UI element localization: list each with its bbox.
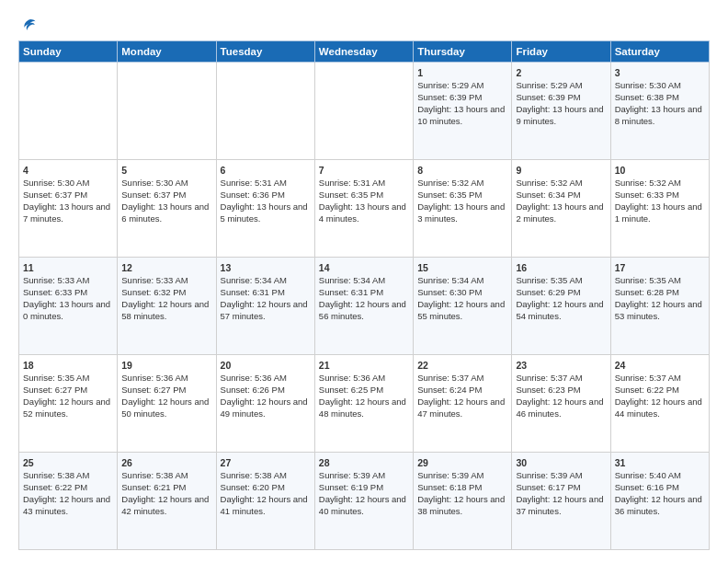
- day-info: Sunset: 6:35 PM: [417, 190, 507, 201]
- day-info: Daylight: 13 hours and 5 minutes.: [221, 201, 311, 225]
- day-number: 13: [221, 261, 311, 274]
- day-info: Sunrise: 5:34 AM: [319, 275, 409, 287]
- calendar-cell: 20Sunrise: 5:36 AMSunset: 6:26 PMDayligh…: [216, 355, 314, 453]
- day-info: Sunset: 6:16 PM: [615, 482, 705, 494]
- day-info: Sunset: 6:31 PM: [319, 287, 409, 299]
- weekday-header-tuesday: Tuesday: [216, 41, 314, 63]
- day-info: Sunset: 6:36 PM: [221, 190, 311, 201]
- calendar-cell: 16Sunrise: 5:35 AMSunset: 6:29 PMDayligh…: [512, 258, 610, 355]
- calendar-body: 1Sunrise: 5:29 AMSunset: 6:39 PMDaylight…: [19, 63, 710, 550]
- day-info: Sunrise: 5:38 AM: [221, 470, 311, 482]
- day-number: 14: [319, 261, 409, 274]
- calendar-cell: 24Sunrise: 5:37 AMSunset: 6:22 PMDayligh…: [610, 355, 709, 453]
- day-info: Sunset: 6:17 PM: [516, 482, 606, 494]
- calendar-cell: [118, 63, 216, 160]
- day-info: Sunrise: 5:36 AM: [319, 373, 409, 385]
- day-info: Daylight: 12 hours and 40 minutes.: [319, 494, 409, 518]
- day-info: Daylight: 12 hours and 52 minutes.: [23, 396, 113, 420]
- day-number: 16: [516, 261, 606, 274]
- day-info: Sunrise: 5:31 AM: [319, 178, 409, 190]
- day-number: 19: [121, 359, 211, 372]
- day-info: Sunrise: 5:34 AM: [221, 275, 311, 287]
- logo-bird-icon: [20, 17, 37, 33]
- day-info: Daylight: 12 hours and 50 minutes.: [121, 396, 211, 420]
- calendar-cell: 15Sunrise: 5:34 AMSunset: 6:30 PMDayligh…: [414, 258, 512, 355]
- day-info: Sunset: 6:18 PM: [417, 482, 507, 494]
- day-info: Daylight: 12 hours and 54 minutes.: [516, 299, 606, 323]
- day-number: 5: [121, 164, 211, 177]
- day-info: Daylight: 12 hours and 53 minutes.: [615, 299, 705, 323]
- weekday-header-sunday: Sunday: [19, 41, 118, 63]
- day-info: Sunset: 6:33 PM: [23, 287, 113, 299]
- day-info: Sunrise: 5:38 AM: [23, 470, 113, 482]
- day-info: Sunset: 6:25 PM: [319, 385, 409, 396]
- day-info: Sunset: 6:27 PM: [23, 385, 113, 396]
- day-info: Sunrise: 5:32 AM: [615, 178, 705, 190]
- day-info: Sunset: 6:21 PM: [121, 482, 211, 494]
- week-row-5: 25Sunrise: 5:38 AMSunset: 6:22 PMDayligh…: [19, 453, 710, 550]
- calendar-table: SundayMondayTuesdayWednesdayThursdayFrid…: [18, 40, 710, 550]
- day-info: Daylight: 12 hours and 42 minutes.: [121, 494, 211, 518]
- day-number: 3: [615, 66, 705, 79]
- calendar-cell: 23Sunrise: 5:37 AMSunset: 6:23 PMDayligh…: [512, 355, 610, 453]
- day-info: Daylight: 13 hours and 7 minutes.: [23, 201, 113, 225]
- day-number: 6: [221, 164, 311, 177]
- calendar-cell: 26Sunrise: 5:38 AMSunset: 6:21 PMDayligh…: [118, 453, 216, 550]
- day-info: Daylight: 13 hours and 9 minutes.: [516, 104, 606, 128]
- day-number: 26: [121, 456, 211, 469]
- day-number: 30: [516, 456, 606, 469]
- day-info: Daylight: 12 hours and 55 minutes.: [417, 299, 507, 323]
- day-info: Sunrise: 5:39 AM: [319, 470, 409, 482]
- day-info: Sunrise: 5:36 AM: [121, 373, 211, 385]
- day-number: 23: [516, 359, 606, 372]
- day-number: 11: [23, 261, 113, 274]
- day-number: 27: [221, 456, 311, 469]
- day-info: Sunrise: 5:30 AM: [23, 178, 113, 190]
- day-number: 20: [221, 359, 311, 372]
- day-info: Daylight: 12 hours and 38 minutes.: [417, 494, 507, 518]
- day-info: Sunset: 6:37 PM: [121, 190, 211, 201]
- day-number: 18: [23, 359, 113, 372]
- calendar-cell: 30Sunrise: 5:39 AMSunset: 6:17 PMDayligh…: [512, 453, 610, 550]
- calendar-cell: 5Sunrise: 5:30 AMSunset: 6:37 PMDaylight…: [118, 160, 216, 258]
- day-info: Sunset: 6:33 PM: [615, 190, 705, 201]
- day-info: Sunset: 6:22 PM: [23, 482, 113, 494]
- day-info: Sunset: 6:37 PM: [23, 190, 113, 201]
- day-info: Daylight: 13 hours and 4 minutes.: [319, 201, 409, 225]
- weekday-header-friday: Friday: [512, 41, 610, 63]
- calendar-cell: 25Sunrise: 5:38 AMSunset: 6:22 PMDayligh…: [19, 453, 118, 550]
- day-info: Daylight: 13 hours and 10 minutes.: [417, 104, 507, 128]
- calendar-cell: 4Sunrise: 5:30 AMSunset: 6:37 PMDaylight…: [19, 160, 118, 258]
- logo: [18, 17, 37, 33]
- day-info: Sunrise: 5:39 AM: [516, 470, 606, 482]
- calendar-cell: 11Sunrise: 5:33 AMSunset: 6:33 PMDayligh…: [19, 258, 118, 355]
- day-info: Sunrise: 5:38 AM: [121, 470, 211, 482]
- day-number: 28: [319, 456, 409, 469]
- day-info: Sunset: 6:30 PM: [417, 287, 507, 299]
- day-info: Sunrise: 5:33 AM: [121, 275, 211, 287]
- day-info: Sunrise: 5:37 AM: [417, 373, 507, 385]
- calendar-cell: [216, 63, 314, 160]
- day-info: Sunrise: 5:31 AM: [221, 178, 311, 190]
- header: [18, 17, 710, 33]
- day-info: Sunrise: 5:32 AM: [417, 178, 507, 190]
- calendar-cell: 12Sunrise: 5:33 AMSunset: 6:32 PMDayligh…: [118, 258, 216, 355]
- day-info: Sunset: 6:38 PM: [615, 92, 705, 104]
- calendar-cell: 18Sunrise: 5:35 AMSunset: 6:27 PMDayligh…: [19, 355, 118, 453]
- day-info: Daylight: 12 hours and 58 minutes.: [121, 299, 211, 323]
- day-info: Daylight: 12 hours and 47 minutes.: [417, 396, 507, 420]
- calendar-page: SundayMondayTuesdayWednesdayThursdayFrid…: [0, 0, 728, 563]
- day-info: Sunrise: 5:35 AM: [516, 275, 606, 287]
- day-number: 7: [319, 164, 409, 177]
- calendar-cell: 6Sunrise: 5:31 AMSunset: 6:36 PMDaylight…: [216, 160, 314, 258]
- day-info: Sunset: 6:22 PM: [615, 385, 705, 396]
- day-info: Daylight: 12 hours and 49 minutes.: [221, 396, 311, 420]
- weekday-header-thursday: Thursday: [414, 41, 512, 63]
- calendar-cell: 8Sunrise: 5:32 AMSunset: 6:35 PMDaylight…: [414, 160, 512, 258]
- week-row-3: 11Sunrise: 5:33 AMSunset: 6:33 PMDayligh…: [19, 258, 710, 355]
- day-info: Sunset: 6:28 PM: [615, 287, 705, 299]
- weekday-header-row: SundayMondayTuesdayWednesdayThursdayFrid…: [19, 41, 710, 63]
- week-row-2: 4Sunrise: 5:30 AMSunset: 6:37 PMDaylight…: [19, 160, 710, 258]
- calendar-cell: 7Sunrise: 5:31 AMSunset: 6:35 PMDaylight…: [314, 160, 413, 258]
- weekday-header-wednesday: Wednesday: [314, 41, 413, 63]
